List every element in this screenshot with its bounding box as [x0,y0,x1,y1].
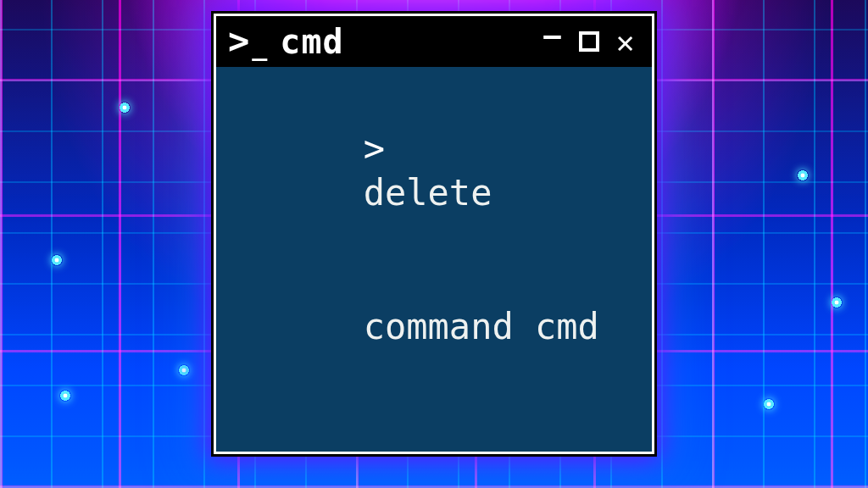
circuit-node-icon [763,398,775,410]
prompt-icon: > _ [228,24,268,59]
circuit-node-icon [59,390,71,402]
maximize-button[interactable] [579,31,599,52]
window-title: cmd [280,22,343,61]
prompt-gt-glyph: > [228,24,250,59]
window-controls: — ✕ [538,27,640,56]
circuit-node-icon [797,169,809,181]
prompt-underscore-glyph: _ [252,34,268,59]
close-button[interactable]: ✕ [611,27,640,56]
circuit-node-icon [178,364,190,376]
minimize-button[interactable]: — [538,20,567,49]
terminal-text: command cmd [364,306,599,347]
terminal-prompt: > [364,128,407,169]
titlebar[interactable]: > _ cmd — ✕ [216,16,652,67]
terminal-line: > delete [235,82,633,260]
terminal-text: delete [364,172,492,214]
terminal-window[interactable]: > _ cmd — ✕ > delete command cmd [214,14,654,454]
circuit-node-icon [831,297,843,308]
circuit-node-icon [51,254,63,266]
terminal-line: command cmd [235,260,633,394]
circuit-node-icon [119,102,131,114]
terminal-body[interactable]: > delete command cmd [216,67,652,409]
